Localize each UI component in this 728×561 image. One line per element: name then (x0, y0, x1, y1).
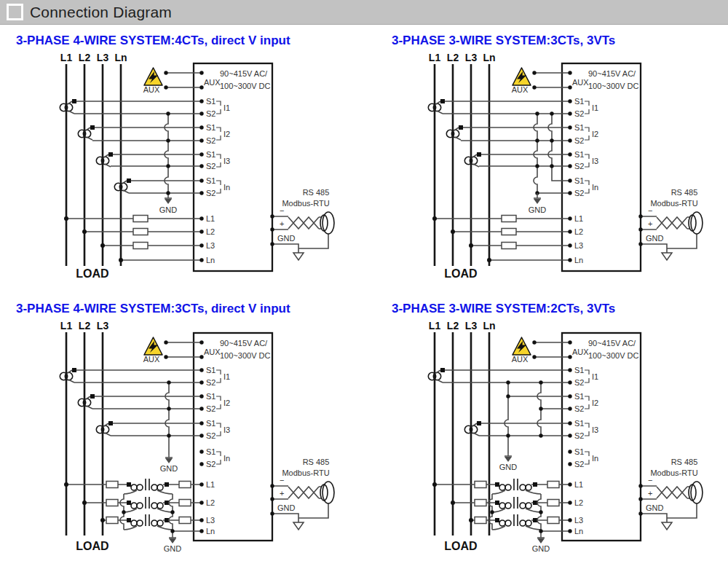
svg-text:S1: S1 (574, 97, 584, 106)
wiring-diagram-canvas: L1 L2 L3 Ln AUX AUX 90~415V AC/ 100~300V… (0, 0, 728, 561)
svg-text:S1: S1 (574, 176, 584, 185)
svg-text:S2: S2 (574, 404, 584, 413)
aux-label: AUX (512, 355, 529, 364)
aux-terminal-label: AUX (572, 78, 589, 87)
load-label: LOAD (444, 267, 477, 280)
panel-bottom-right: L1 L2 L3 Ln AUX AUX 90~415V AC/ 100~300V… (428, 320, 703, 553)
svg-text:S1: S1 (206, 392, 215, 401)
gnd-label: GND (529, 205, 547, 214)
gnd-terminal: GND (277, 503, 296, 512)
plus-terminal: + (280, 219, 284, 228)
svg-text:S2: S2 (574, 460, 584, 468)
ct-symbol (60, 368, 76, 382)
gnd-terminal: GND (646, 234, 664, 243)
svg-text:S2: S2 (574, 162, 584, 170)
channel-i2: I2 (592, 130, 598, 138)
rs485-port: RS 485 Modbus-RTU − + GND (638, 458, 703, 530)
plus-terminal: + (280, 489, 284, 498)
modbus-label: Modbus-RTU (282, 468, 329, 477)
svg-text:L1: L1 (574, 480, 583, 489)
svg-text:S1: S1 (206, 419, 215, 428)
s2-bus-b (548, 114, 570, 181)
panel-top-left: L1 L2 L3 Ln AUX AUX 90~415V AC/ 100~300V… (60, 52, 334, 280)
terminal-s1: S1 (206, 97, 215, 106)
channel-i3: I3 (592, 157, 598, 165)
junction-dots (506, 380, 542, 437)
channel-in: In (592, 183, 598, 192)
aux-rating-2: 100~300V DC (588, 82, 638, 90)
ground-symbol (169, 535, 176, 544)
minus-terminal: − (280, 476, 284, 484)
svg-text:L3: L3 (574, 516, 583, 525)
phase-label: L2 (447, 52, 459, 63)
svg-text:L1: L1 (206, 214, 215, 223)
phase-lines (66, 64, 121, 266)
phase-label: L3 (465, 52, 478, 63)
terminal-dots (568, 368, 571, 466)
modbus-label: Modbus-RTU (650, 199, 697, 208)
aux-wires (166, 73, 202, 87)
svg-text:S2: S2 (574, 109, 584, 118)
svg-text:S2: S2 (574, 136, 584, 145)
aux-rating-1: 90~415V AC/ (220, 339, 268, 348)
terminal-s1: S1 (206, 176, 215, 185)
modbus-label: Modbus-RTU (282, 199, 329, 208)
terminal-s1: S1 (206, 123, 215, 132)
svg-text:L2: L2 (206, 227, 215, 236)
voltage-wiring (435, 219, 570, 260)
svg-text:L2: L2 (574, 227, 583, 236)
panel-bottom-left: L1 L2 L3 AUX AUX 90~415V AC/ 100~300V DC (60, 320, 334, 553)
connection-diagram-page: Connection Diagram 3-PHASE 4-WIRE SYSTEM… (0, 0, 728, 561)
svg-text:S2: S2 (574, 378, 584, 387)
svg-text:S1: S1 (574, 392, 584, 401)
phase-label: Ln (114, 52, 127, 63)
voltage-terminal-labels: L1L2 L3Ln (206, 480, 215, 536)
current-terminal-labels: S1S2 S1S2 S1S2 S1S2 (206, 97, 215, 197)
hazard-warning-icon (144, 337, 162, 355)
aux-rating-1: 90~415V AC/ (588, 69, 636, 78)
gnd-label: GND (159, 205, 178, 214)
svg-text:S2: S2 (206, 404, 215, 413)
svg-text:Ln: Ln (206, 256, 215, 264)
ct-wiring (74, 370, 202, 436)
svg-text:S1: S1 (574, 123, 584, 132)
terminal-dots (199, 368, 203, 466)
voltage-terminal-labels: L1L2 L3Ln (206, 214, 215, 264)
ct-symbol (96, 152, 113, 167)
ground-symbol (165, 195, 172, 204)
voltage-wiring (66, 219, 202, 260)
svg-text:L2: L2 (574, 498, 583, 507)
gnd-terminal: GND (277, 234, 296, 243)
phase-lines (66, 332, 103, 536)
ct-symbol (60, 99, 76, 114)
phase-label: Ln (483, 52, 495, 63)
rs485-label: RS 485 (671, 458, 698, 466)
rs485-port: RS 485 Modbus-RTU − + GND (270, 188, 334, 260)
phase-lines (435, 64, 489, 266)
aux-label: AUX (143, 85, 160, 94)
phase-label: L1 (60, 320, 73, 332)
junction-dots (532, 340, 571, 358)
panel-top-right: L1 L2 L3 Ln AUX AUX 90~415V AC/ 100~300V… (428, 52, 703, 280)
rs485-label: RS 485 (303, 458, 330, 466)
current-terminal-labels: S1S2 S1S2 S1S2 S1S2 (574, 366, 584, 468)
load-label: LOAD (76, 540, 108, 552)
ground-symbol (505, 453, 512, 462)
svg-text:L2: L2 (206, 498, 215, 507)
channel-i3: I3 (592, 425, 598, 434)
mid-bus (505, 382, 508, 453)
minus-terminal: − (648, 206, 652, 215)
channel-i1: I1 (223, 103, 230, 112)
aux-terminal-label: AUX (572, 348, 589, 356)
ct-symbol (114, 178, 131, 193)
svg-text:L3: L3 (574, 241, 583, 250)
channel-i1: I1 (592, 372, 598, 381)
ct-symbol (464, 152, 481, 167)
svg-text:Ln: Ln (574, 256, 583, 264)
ground-symbol (165, 455, 173, 463)
phase-label: L1 (60, 52, 73, 63)
plus-terminal: + (648, 219, 652, 228)
gnd-label: GND (499, 463, 518, 471)
rs485-port: RS 485 Modbus-RTU − + GND (270, 458, 334, 530)
ground-symbol (534, 195, 541, 204)
